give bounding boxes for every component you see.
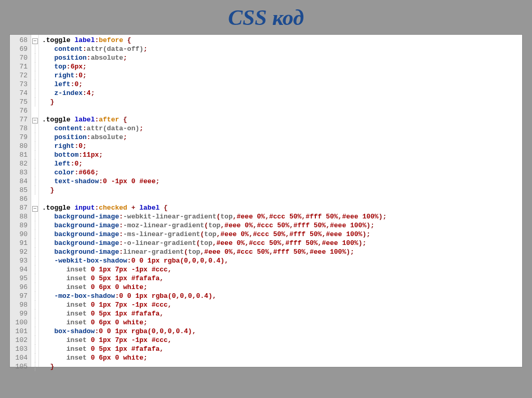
code-line: text-shadow:0 -1px 0 #eee; xyxy=(42,177,519,186)
line-number: 91 xyxy=(12,239,28,248)
fold-marker xyxy=(31,345,38,353)
fold-marker: − xyxy=(31,36,38,45)
code-line: .toggle label:before { xyxy=(42,36,519,45)
code-line: -webkit-box-shadow:0 0 1px rgba(0,0,0,0.… xyxy=(42,256,519,265)
fold-marker xyxy=(31,133,38,142)
line-number: 83 xyxy=(12,168,28,177)
fold-marker xyxy=(31,80,38,89)
code-line: inset 0 6px 0 white; xyxy=(42,353,519,362)
fold-marker: − xyxy=(31,115,38,124)
fold-marker xyxy=(31,265,38,274)
fold-marker xyxy=(31,274,38,283)
line-number: 73 xyxy=(12,80,28,89)
code-line: background-image:-webkit-linear-gradient… xyxy=(42,212,519,221)
fold-marker xyxy=(31,45,38,53)
code-line: background-image:linear-gradient(top,#ee… xyxy=(42,248,519,256)
line-number: 105 xyxy=(12,362,28,371)
code-line: inset 0 1px 7px -1px #ccc, xyxy=(42,265,519,274)
line-number: 94 xyxy=(12,265,28,274)
code-line: .toggle label:after { xyxy=(42,115,519,124)
fold-marker xyxy=(31,353,38,362)
code-line: position:absolute; xyxy=(42,53,519,62)
line-number: 79 xyxy=(12,133,28,142)
code-line: inset 0 1px 7px -1px #ccc, xyxy=(42,336,519,345)
fold-marker xyxy=(31,230,38,239)
code-line: right:0; xyxy=(42,71,519,80)
slide-title: CSS код xyxy=(0,0,532,34)
code-line: bottom:11px; xyxy=(42,150,519,159)
fold-marker xyxy=(31,292,38,300)
fold-marker xyxy=(31,98,38,106)
line-number-gutter: 6869707172737475767778798081828384858687… xyxy=(10,35,31,367)
line-number: 84 xyxy=(12,177,28,186)
fold-marker xyxy=(31,177,38,186)
fold-marker xyxy=(31,124,38,133)
code-line: right:0; xyxy=(42,142,519,150)
line-number: 96 xyxy=(12,283,28,292)
line-number: 77 xyxy=(12,115,28,124)
line-number: 93 xyxy=(12,256,28,265)
fold-marker xyxy=(31,248,38,256)
code-line: z-index:4; xyxy=(42,89,519,98)
code-line: left:0; xyxy=(42,80,519,89)
line-number: 72 xyxy=(12,71,28,80)
line-number: 98 xyxy=(12,300,28,309)
code-line: content:attr(data-on); xyxy=(42,124,519,133)
line-number: 92 xyxy=(12,248,28,256)
code-line: inset 0 5px 1px #fafafa, xyxy=(42,274,519,283)
code-line: inset 0 5px 1px #fafafa, xyxy=(42,345,519,353)
line-number: 74 xyxy=(12,89,28,98)
line-number: 81 xyxy=(12,150,28,159)
code-line: } xyxy=(42,186,519,195)
code-line: left:0; xyxy=(42,159,519,168)
code-line: inset 0 5px 1px #fafafa, xyxy=(42,309,519,318)
code-line: inset 0 6px 0 white; xyxy=(42,318,519,327)
fold-marker xyxy=(31,336,38,345)
fold-marker xyxy=(31,212,38,221)
code-line xyxy=(42,106,519,115)
code-line: } xyxy=(42,362,519,371)
line-number: 97 xyxy=(12,292,28,300)
code-line: box-shadow:0 0 1px rgba(0,0,0,0.4), xyxy=(42,327,519,336)
code-line: } xyxy=(42,98,519,106)
fold-marker xyxy=(31,318,38,327)
fold-marker xyxy=(31,159,38,168)
fold-marker xyxy=(31,256,38,265)
line-number: 95 xyxy=(12,274,28,283)
line-number: 101 xyxy=(12,327,28,336)
fold-gutter: −−− xyxy=(31,35,39,367)
line-number: 100 xyxy=(12,318,28,327)
code-line xyxy=(42,195,519,203)
fold-marker xyxy=(31,283,38,292)
fold-marker xyxy=(31,168,38,177)
fold-marker xyxy=(31,71,38,80)
fold-marker xyxy=(31,362,38,371)
fold-marker xyxy=(31,327,38,336)
fold-marker xyxy=(31,221,38,230)
line-number: 75 xyxy=(12,98,28,106)
code-line: inset 0 6px 0 white; xyxy=(42,283,519,292)
code-line: background-image:-o-linear-gradient(top,… xyxy=(42,239,519,248)
line-number: 86 xyxy=(12,195,28,203)
fold-marker xyxy=(31,195,38,203)
fold-marker xyxy=(31,300,38,309)
line-number: 102 xyxy=(12,336,28,345)
line-number: 76 xyxy=(12,106,28,115)
fold-marker xyxy=(31,186,38,195)
code-line: background-image:-ms-linear-gradient(top… xyxy=(42,230,519,239)
line-number: 68 xyxy=(12,36,28,45)
fold-marker xyxy=(31,142,38,150)
line-number: 80 xyxy=(12,142,28,150)
fold-marker xyxy=(31,62,38,71)
code-line: position:absolute; xyxy=(42,133,519,142)
code-line: -moz-box-shadow:0 0 1px rgba(0,0,0,0.4), xyxy=(42,292,519,300)
line-number: 85 xyxy=(12,186,28,195)
code-line: content:attr(data-off); xyxy=(42,45,519,53)
line-number: 78 xyxy=(12,124,28,133)
line-number: 82 xyxy=(12,159,28,168)
code-line: .toggle input:checked + label { xyxy=(42,203,519,212)
line-number: 70 xyxy=(12,53,28,62)
line-number: 88 xyxy=(12,212,28,221)
code-content: .toggle label:before { content:attr(data… xyxy=(39,35,522,367)
fold-marker xyxy=(31,106,38,115)
